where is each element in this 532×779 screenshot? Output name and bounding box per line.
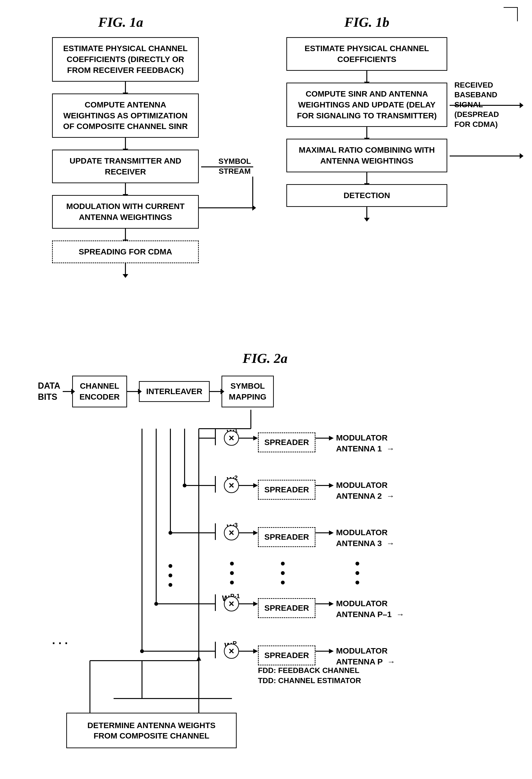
fig1b-flow: ESTIMATE PHYSICAL CHANNEL COEFFICIENTS C… xyxy=(248,37,485,219)
svg-marker-30 xyxy=(329,483,334,488)
arrow-1a-4 xyxy=(125,229,126,240)
multiplier-2: × xyxy=(224,478,239,493)
svg-marker-24 xyxy=(253,601,258,606)
fig2a-diagram: W 1 W 2 W 3 W P-1 W P xyxy=(19,410,511,779)
fig2a-container: FIG. 2a DATA BITS CHANNEL ENCODER INTERL… xyxy=(19,350,511,779)
svg-point-51 xyxy=(230,571,234,575)
arrow-received-in2 xyxy=(450,156,523,157)
arrow-interleaver-symbol xyxy=(210,391,222,392)
svg-marker-32 xyxy=(329,531,334,535)
svg-point-54 xyxy=(169,531,172,535)
data-bits-label: DATA BITS xyxy=(38,380,60,403)
spreader-box-3: SPREADER xyxy=(258,527,315,547)
arrow-1b-3 xyxy=(366,172,367,184)
fig1b-box-detection: DETECTION xyxy=(286,184,447,207)
arrow-1a-2 xyxy=(125,138,126,149)
spreader-p1: SPREADER xyxy=(258,598,315,618)
svg-point-59 xyxy=(281,581,285,585)
arrow-symbol-into-mod xyxy=(199,207,253,208)
multiplier-circle-p1: × xyxy=(224,596,239,611)
fig1a-flow: ESTIMATE PHYSICAL CHANNEL COEFFICIENTS (… xyxy=(19,37,232,275)
multiplier-3: × xyxy=(224,525,239,540)
svg-point-55 xyxy=(154,602,158,606)
page-corner xyxy=(504,7,518,21)
multiplier-p1: × xyxy=(224,596,239,611)
antenna-label-3: MODULATOR ANTENNA 3 → xyxy=(336,527,395,549)
svg-point-53 xyxy=(183,484,186,487)
fig1a-box-estimate-physical: ESTIMATE PHYSICAL CHANNEL COEFFICIENTS (… xyxy=(52,37,199,82)
interleaver-box: INTERLEAVER xyxy=(139,381,210,402)
arrow-encoder-interleaver xyxy=(127,391,139,392)
arrow-1a-3 xyxy=(125,183,126,195)
fig1a-box-update-transmitter: UPDATE TRANSMITTER AND RECEIVER xyxy=(52,149,199,183)
multiplier-circle-1: × xyxy=(224,431,239,446)
received-signal-label: RECEIVED BASEBAND SIGNAL (DESPREAD FOR C… xyxy=(454,80,521,129)
spreader-box-1: SPREADER xyxy=(258,432,315,452)
spreader-2: SPREADER xyxy=(258,480,315,500)
spreader-box-2: SPREADER xyxy=(258,480,315,500)
spreader-1: SPREADER xyxy=(258,432,315,452)
svg-marker-18 xyxy=(253,436,258,440)
svg-point-58 xyxy=(281,571,285,575)
arrow-1a-1 xyxy=(125,82,126,94)
svg-point-62 xyxy=(355,581,359,585)
svg-point-65 xyxy=(169,583,172,587)
antenna-label-p: MODULATOR ANTENNA P → xyxy=(336,646,395,667)
svg-point-61 xyxy=(355,571,359,575)
fig1b-container: FIG. 1b ESTIMATE PHYSICAL CHANNEL COEFFI… xyxy=(248,14,485,219)
antenna-label-p1: MODULATOR ANTENNA P–1 → xyxy=(336,598,404,620)
fig1a-container: FIG. 1a ESTIMATE PHYSICAL CHANNEL COEFFI… xyxy=(19,14,232,275)
arrow-1b-2 xyxy=(366,127,367,139)
multiplier-1: × xyxy=(224,431,239,446)
bottom-box-determine: DETERMINE ANTENNA WEIGHTS FROM COMPOSITE… xyxy=(66,713,237,748)
determine-antenna-box: DETERMINE ANTENNA WEIGHTS FROM COMPOSITE… xyxy=(66,713,237,748)
multiplier-p: × xyxy=(224,644,239,659)
svg-point-52 xyxy=(230,581,234,585)
svg-point-57 xyxy=(281,562,285,565)
arrow-1b-1 xyxy=(366,71,367,82)
symbol-stream-label: SYMBOL STREAM xyxy=(219,157,251,176)
symbol-mapping-box: SYMBOL MAPPING xyxy=(222,376,274,407)
arrow-1a-5 xyxy=(125,263,126,275)
fig1b-title: FIG. 1b xyxy=(248,14,485,30)
multiplier-circle-2: × xyxy=(224,478,239,493)
svg-marker-36 xyxy=(329,649,334,654)
antenna-label-2: MODULATOR ANTENNA 2 → xyxy=(336,480,395,501)
fdd-label: FDD: FEEDBACK CHANNEL TDD: CHANNEL ESTIM… xyxy=(258,665,361,686)
fig1b-box-estimate: ESTIMATE PHYSICAL CHANNEL COEFFICIENTS xyxy=(286,37,447,71)
multiplier-circle-p: × xyxy=(224,644,239,659)
channel-encoder-box: CHANNEL ENCODER xyxy=(72,376,127,407)
svg-point-56 xyxy=(140,649,144,653)
svg-point-64 xyxy=(169,574,172,577)
spreader-box-p: SPREADER xyxy=(258,646,315,665)
svg-marker-34 xyxy=(329,601,334,606)
fig1a-box-modulation: MODULATION WITH CURRENT ANTENNA WEIGHTIN… xyxy=(52,195,199,229)
multiplier-circle-3: × xyxy=(224,525,239,540)
fig2a-title: FIG. 2a xyxy=(19,350,511,366)
svg-marker-22 xyxy=(253,531,258,535)
svg-text:. . .: . . . xyxy=(52,634,68,647)
arrow-1b-4 xyxy=(366,207,367,219)
arrow-data-bits xyxy=(63,391,72,392)
svg-point-50 xyxy=(230,562,234,565)
svg-marker-26 xyxy=(253,649,258,654)
svg-marker-20 xyxy=(253,483,258,488)
fig1a-box-spreading: SPREADING FOR CDMA xyxy=(52,240,199,263)
fig1a-title: FIG. 1a xyxy=(9,14,232,30)
fig2a-top-row: DATA BITS CHANNEL ENCODER INTERLEAVER SY… xyxy=(38,376,511,407)
arrowhead-received2 xyxy=(520,153,524,159)
fig1b-box-compute-sinr: COMPUTE SINR AND ANTENNA WEIGHTINGS AND … xyxy=(286,82,447,127)
page: FIG. 1a ESTIMATE PHYSICAL CHANNEL COEFFI… xyxy=(0,0,532,779)
spreader-p: SPREADER xyxy=(258,646,315,665)
fig1b-box-maximal-ratio: MAXIMAL RATIO COMBINING WITH ANTENNA WEI… xyxy=(286,139,447,172)
fig1a-box-compute-antenna: COMPUTE ANTENNA WEIGHTINGS AS OPTIMIZATI… xyxy=(52,94,199,138)
svg-point-63 xyxy=(169,564,172,568)
svg-marker-70 xyxy=(196,656,201,661)
svg-marker-28 xyxy=(329,436,334,440)
antenna-label-1: MODULATOR ANTENNA 1 → xyxy=(336,432,395,454)
spreader-box-p1: SPREADER xyxy=(258,598,315,618)
spreader-3: SPREADER xyxy=(258,527,315,547)
svg-point-60 xyxy=(355,562,359,565)
